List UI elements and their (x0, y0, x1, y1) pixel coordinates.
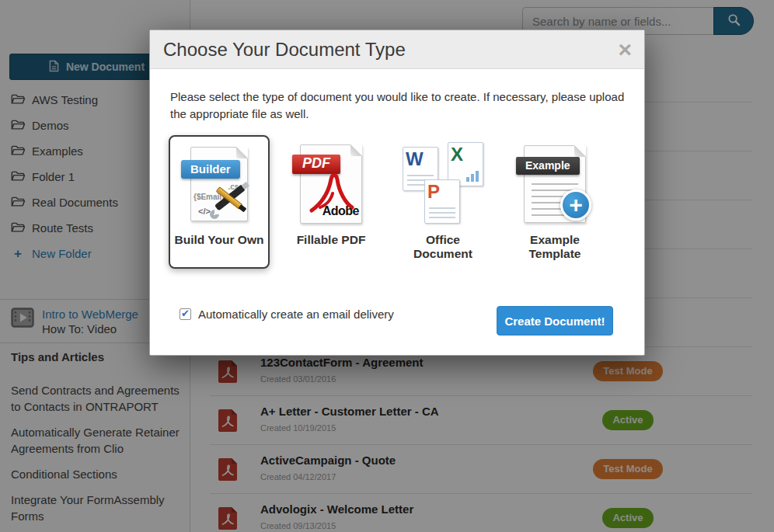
build-your-own-icon: Builder .css {$Email} </> (172, 140, 267, 229)
option-label: Build Your Own (172, 233, 267, 247)
modal-description: Please select the type of document you w… (170, 89, 640, 123)
adobe-wordmark: Adobe (322, 204, 359, 218)
plus-circle-icon: + (560, 190, 591, 221)
email-delivery-checkbox[interactable] (180, 308, 191, 320)
email-delivery-option: Automatically create an email delivery (180, 308, 394, 321)
example-ribbon: Example (516, 157, 580, 175)
powerpoint-page-icon: P (424, 179, 460, 224)
modal-header: Choose Your Document Type × (150, 30, 644, 69)
office-document-icon: X W P (396, 140, 490, 229)
document-type-options: Builder .css {$Email} </> Build Your Own (169, 135, 644, 269)
close-icon[interactable]: × (618, 40, 632, 60)
option-label: Office Document (396, 233, 490, 261)
email-delivery-label: Automatically create an email delivery (198, 308, 394, 321)
fillable-pdf-icon: PDF Adobe (284, 140, 378, 229)
pdf-banner: PDF (292, 155, 340, 174)
create-document-button[interactable]: Create Document! (497, 306, 613, 336)
builder-ribbon: Builder (181, 160, 240, 179)
tools-icon (211, 182, 252, 217)
option-fillable-pdf[interactable]: PDF Adobe Fillable PDF (281, 135, 382, 269)
choose-document-type-modal: Choose Your Document Type × Please selec… (149, 30, 645, 356)
option-office-document[interactable]: X W P Office Document (392, 135, 493, 269)
option-label: Fillable PDF (284, 233, 378, 247)
option-label: Example Template (507, 233, 602, 261)
option-example-template[interactable]: Example + Example Template (504, 135, 605, 269)
modal-title: Choose Your Document Type (163, 39, 406, 61)
my-documents-page: My Documents New Document AWS Testing De… (0, 0, 774, 532)
example-template-icon: Example + (507, 140, 602, 229)
option-build-your-own[interactable]: Builder .css {$Email} </> Build Your Own (169, 135, 270, 269)
